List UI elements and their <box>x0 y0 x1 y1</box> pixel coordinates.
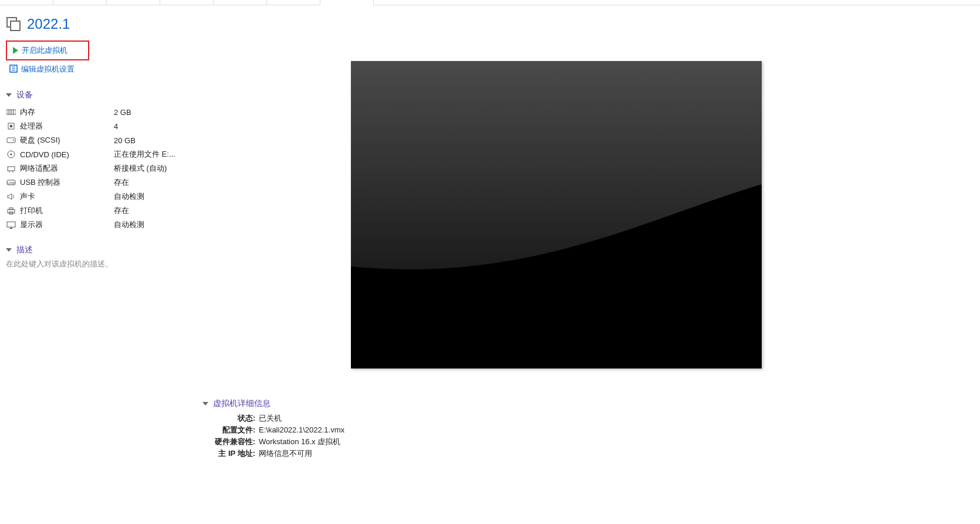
tab-stub[interactable] <box>214 0 267 5</box>
tab-stub[interactable] <box>107 0 160 5</box>
printer-icon <box>6 206 16 215</box>
device-label: 内存 <box>20 107 114 117</box>
device-value: 正在使用文件 E:... <box>114 149 175 160</box>
device-row[interactable]: 打印机存在 <box>6 204 197 218</box>
detail-key: 配置文件: <box>202 424 255 436</box>
chevron-down-icon <box>6 93 12 97</box>
device-row[interactable]: 显示器自动检测 <box>6 218 197 232</box>
description-section-title: 描述 <box>16 245 33 255</box>
detail-row-state: 状态: 已关机 <box>202 413 344 424</box>
devices-section-toggle[interactable]: 设备 <box>6 90 197 100</box>
detail-key: 状态: <box>202 413 255 424</box>
edit-settings-button[interactable]: 编辑虚拟机设置 <box>6 62 197 77</box>
device-value: 存在 <box>114 177 129 188</box>
svg-rect-19 <box>8 209 15 213</box>
tab-stub[interactable] <box>53 0 107 5</box>
chevron-down-icon <box>202 402 208 405</box>
play-icon <box>13 47 18 54</box>
sound-icon <box>6 192 16 201</box>
svg-rect-1 <box>11 21 20 31</box>
device-value: 桥接模式 (自动) <box>114 163 167 174</box>
svg-point-13 <box>11 154 12 155</box>
vm-title: 2022.1 <box>27 16 70 32</box>
tab-stub[interactable] <box>160 0 214 5</box>
svg-rect-3 <box>6 110 16 114</box>
svg-rect-20 <box>9 208 13 209</box>
details-section-title: 虚拟机详细信息 <box>213 398 271 409</box>
device-label: 网络适配器 <box>20 163 114 174</box>
detail-value: 已关机 <box>259 413 282 424</box>
svg-rect-22 <box>7 222 15 227</box>
detail-row-compat: 硬件兼容性: Workstation 16.x 虚拟机 <box>202 436 344 448</box>
device-label: 处理器 <box>20 121 114 131</box>
device-table: 内存2 GB处理器4硬盘 (SCSI)20 GBCD/DVD (IDE)正在使用… <box>6 105 197 232</box>
cpu-icon <box>6 121 16 131</box>
vm-preview-pane: 虚拟机详细信息 状态: 已关机 配置文件: E:\kali2022.1\2022… <box>202 5 980 524</box>
svg-text:USB: USB <box>8 181 15 185</box>
device-value: 2 GB <box>114 108 131 117</box>
tab-stub[interactable] <box>0 0 53 5</box>
detail-key: 主 IP 地址: <box>202 448 255 459</box>
detail-row-config: 配置文件: E:\kali2022.1\2022.1.vmx <box>202 424 344 436</box>
detail-row-ip: 主 IP 地址: 网络信息不可用 <box>202 448 344 459</box>
device-value: 自动检测 <box>114 219 144 230</box>
device-value: 存在 <box>114 205 129 216</box>
device-row[interactable]: 处理器4 <box>6 119 197 133</box>
chevron-down-icon <box>6 248 12 252</box>
power-on-highlight: 开启此虚拟机 <box>6 40 89 60</box>
vm-tab-icon <box>6 16 21 32</box>
vm-screen-preview[interactable] <box>351 61 762 369</box>
device-value: 4 <box>114 122 118 131</box>
display-icon <box>6 220 16 229</box>
detail-key: 硬件兼容性: <box>202 436 255 448</box>
device-label: 声卡 <box>20 191 114 202</box>
svg-rect-14 <box>8 167 15 171</box>
network-icon <box>6 164 16 173</box>
device-row[interactable]: 声卡自动检测 <box>6 190 197 204</box>
device-label: 打印机 <box>20 205 114 216</box>
device-row[interactable]: USBUSB 控制器存在 <box>6 175 197 190</box>
device-row[interactable]: 硬盘 (SCSI)20 GB <box>6 133 197 147</box>
device-label: 显示器 <box>20 219 114 230</box>
detail-value: Workstation 16.x 虚拟机 <box>259 436 340 448</box>
detail-value: 网络信息不可用 <box>259 448 312 459</box>
svg-rect-9 <box>10 125 12 127</box>
devices-section-title: 设备 <box>16 90 33 100</box>
settings-icon <box>9 65 18 75</box>
power-on-button[interactable]: 开启此虚拟机 <box>9 43 86 58</box>
memory-icon <box>6 107 16 117</box>
usb-icon: USB <box>6 178 16 187</box>
device-label: 硬盘 (SCSI) <box>20 135 114 146</box>
details-section-toggle[interactable]: 虚拟机详细信息 <box>202 398 344 409</box>
power-on-label: 开启此虚拟机 <box>22 45 67 56</box>
tab-stub[interactable] <box>267 0 320 5</box>
device-value: 自动检测 <box>114 191 144 202</box>
device-row[interactable]: 内存2 GB <box>6 105 197 119</box>
description-input[interactable]: 在此处键入对该虚拟机的描述。 <box>6 259 197 269</box>
svg-point-11 <box>13 140 14 141</box>
device-value: 20 GB <box>114 136 136 145</box>
tab-strip <box>0 0 980 5</box>
device-row[interactable]: CD/DVD (IDE)正在使用文件 E:... <box>6 147 197 161</box>
disk-icon <box>6 136 16 145</box>
device-label: CD/DVD (IDE) <box>20 150 114 159</box>
description-section-toggle[interactable]: 描述 <box>6 245 197 255</box>
cd-icon <box>6 150 16 159</box>
device-label: USB 控制器 <box>20 177 114 188</box>
detail-value: E:\kali2022.1\2022.1.vmx <box>259 424 344 436</box>
vm-summary-pane: 2022.1 开启此虚拟机 编辑虚拟机设置 设备 内存2 GB处理器4硬盘 (S… <box>0 5 202 524</box>
device-row[interactable]: 网络适配器桥接模式 (自动) <box>6 161 197 175</box>
edit-settings-label: 编辑虚拟机设置 <box>21 64 75 75</box>
